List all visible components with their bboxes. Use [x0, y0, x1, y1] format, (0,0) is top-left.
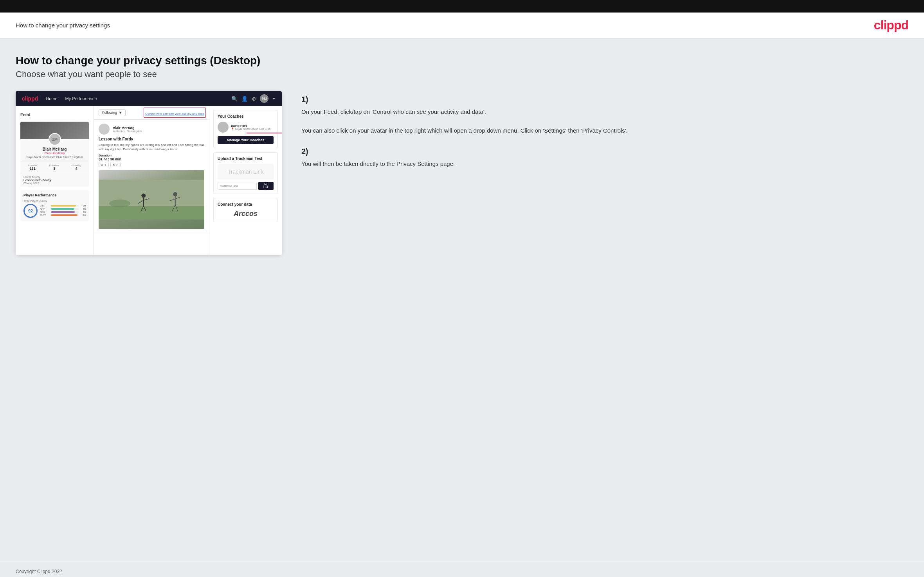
page-subtitle: Choose what you want people to see — [16, 69, 908, 79]
coach-club: 📍 Royal North Devon Golf Club — [231, 128, 270, 131]
app-feed: Following ▼ Control who can see your act… — [94, 106, 209, 255]
trackman-placeholder-text: Trackman Link — [222, 169, 269, 175]
stat-followers-value: 3 — [49, 167, 59, 171]
post-title: Lesson with Fordy — [99, 137, 204, 141]
bar-arg: ARG 86 — [40, 211, 86, 213]
stat-activities-value: 131 — [28, 167, 37, 171]
arccos-brand: Arccos — [218, 210, 274, 218]
user-avatar[interactable]: BM — [260, 94, 268, 103]
post-author-name: Blair McHarg — [113, 126, 142, 130]
instructions-panel: 1) On your Feed, click/tap on 'Control w… — [294, 91, 908, 180]
svg-point-9 — [173, 192, 177, 196]
post-author-avatar — [99, 124, 110, 135]
latest-activity-date: 03 Aug 2022 — [23, 182, 86, 185]
bar-putt: PUTT 96 — [40, 214, 86, 216]
clippd-logo: clippd — [874, 18, 908, 32]
profile-name: Blair McHarg — [23, 147, 86, 151]
stat-followers: Followers 3 — [49, 164, 59, 171]
profile-handicap: Plus Handicap — [23, 151, 86, 155]
tpq-circle: 92 — [23, 204, 38, 218]
upload-trackman-card: Upload a Trackman Test Trackman Link Add… — [213, 152, 278, 194]
post-tags: OTT APP — [99, 163, 204, 167]
step-1-text: On your Feed, click/tap on 'Control who … — [301, 107, 908, 135]
app-right-sidebar: Your Coaches David Ford 📍 Royal North De… — [209, 106, 282, 255]
latest-label: Latest Activity — [23, 176, 86, 178]
nav-my-performance[interactable]: My Performance — [65, 96, 97, 101]
coach-info: David Ford 📍 Royal North Devon Golf Club — [231, 124, 270, 131]
tpq-bars: OTT 90 APP 85 ARG — [40, 205, 86, 217]
feed-header: Following ▼ Control who can see your act… — [94, 106, 209, 120]
profile-banner: BM — [20, 122, 89, 139]
post-description: Looking to feel like my hands are exitin… — [99, 143, 204, 151]
app-mockup: clippd Home My Performance 🔍 👤 ⊕ BM ▼ Fe… — [16, 91, 282, 255]
feed-tab[interactable]: Feed — [20, 111, 89, 119]
stat-activities: Activities 131 — [28, 164, 37, 171]
bar-app: APP 85 — [40, 208, 86, 210]
latest-activity: Latest Activity Lesson with Fordy 03 Aug… — [20, 173, 89, 187]
following-label: Following — [102, 111, 117, 115]
control-link-wrapper: Control who can see your activity and da… — [145, 109, 204, 116]
bar-ott: OTT 90 — [40, 205, 86, 207]
coach-avatar — [218, 122, 229, 133]
location-pin-icon: 📍 — [231, 128, 234, 131]
control-privacy-link[interactable]: Control who can see your activity and da… — [145, 112, 204, 115]
site-header: How to change your privacy settings clip… — [0, 13, 924, 39]
tag-ott: OTT — [99, 163, 109, 167]
tpq-row: 92 OTT 90 APP 85 — [23, 204, 86, 218]
step-1-number: 1) — [301, 95, 908, 104]
manage-coaches-button[interactable]: Manage Your Coaches — [218, 136, 274, 144]
location-icon[interactable]: ⊕ — [252, 96, 256, 102]
nav-icons: 🔍 👤 ⊕ BM ▼ — [231, 94, 276, 103]
player-performance-card: Player Performance Total Player Quality … — [20, 190, 89, 221]
stat-following-value: 4 — [71, 167, 81, 171]
trackman-input[interactable] — [218, 182, 257, 190]
chevron-icon: ▼ — [119, 111, 122, 115]
content-layout: clippd Home My Performance 🔍 👤 ⊕ BM ▼ Fe… — [16, 91, 908, 255]
add-link-button[interactable]: Add Link — [258, 182, 274, 190]
tpq-label: Total Player Quality — [23, 200, 86, 202]
post-image — [99, 170, 204, 229]
connect-title: Connect your data — [218, 202, 274, 207]
app-logo-icon: clippd — [22, 95, 38, 102]
search-icon[interactable]: 🔍 — [231, 96, 238, 102]
post-header: Blair McHarg Yesterday · Sunningdale — [99, 124, 204, 135]
step-2-text: You will then be taken directly to the P… — [301, 159, 908, 169]
main-content: How to change your privacy settings (Des… — [0, 39, 924, 561]
post-image-svg — [99, 170, 204, 229]
step-1: 1) On your Feed, click/tap on 'Control w… — [301, 95, 908, 135]
nav-home[interactable]: Home — [46, 96, 57, 101]
stat-following: Following 4 — [71, 164, 81, 171]
top-bar — [0, 0, 924, 13]
step-2: 2) You will then be taken directly to th… — [301, 147, 908, 169]
latest-activity-name: Lesson with Fordy — [23, 178, 86, 182]
coaches-title: Your Coaches — [218, 114, 274, 119]
profile-card: BM Blair McHarg Plus Handicap Royal Nort… — [20, 122, 89, 187]
coach-item: David Ford 📍 Royal North Devon Golf Club — [218, 122, 274, 133]
svg-point-3 — [141, 194, 146, 198]
chevron-down-icon[interactable]: ▼ — [272, 97, 276, 101]
profile-stats: Activities 131 Followers 3 Following 4 — [20, 162, 89, 173]
copyright-text: Copyright Clippd 2022 — [16, 569, 62, 574]
site-footer: Copyright Clippd 2022 — [0, 561, 924, 577]
following-button[interactable]: Following ▼ — [99, 109, 126, 116]
app-navbar: clippd Home My Performance 🔍 👤 ⊕ BM ▼ — [16, 91, 282, 106]
page-title: How to change your privacy settings (Des… — [16, 54, 908, 67]
trackman-placeholder: Trackman Link — [218, 164, 274, 180]
trackman-input-row: Add Link — [218, 182, 274, 190]
profile-club: Royal North Devon Golf Club, United King… — [23, 156, 86, 158]
upload-title: Upload a Trackman Test — [218, 156, 274, 161]
feed-post: Blair McHarg Yesterday · Sunningdale Les… — [94, 120, 209, 233]
coaches-card: Your Coaches David Ford 📍 Royal North De… — [213, 110, 278, 148]
app-sidebar: Feed BM Blair McHarg Plus Handicap Royal… — [16, 106, 94, 255]
svg-point-2 — [109, 200, 130, 207]
connect-data-card: Connect your data Arccos — [213, 198, 278, 222]
breadcrumb: How to change your privacy settings — [16, 22, 110, 29]
post-location: Yesterday · Sunningdale — [113, 130, 142, 133]
person-icon[interactable]: 👤 — [241, 96, 248, 102]
app-body: Feed BM Blair McHarg Plus Handicap Royal… — [16, 106, 282, 255]
player-performance-title: Player Performance — [23, 193, 86, 197]
post-duration: Duration 01 hr : 30 min — [99, 154, 204, 161]
tag-app: APP — [110, 163, 121, 167]
avatar: BM — [49, 133, 61, 146]
svg-rect-1 — [99, 206, 204, 219]
